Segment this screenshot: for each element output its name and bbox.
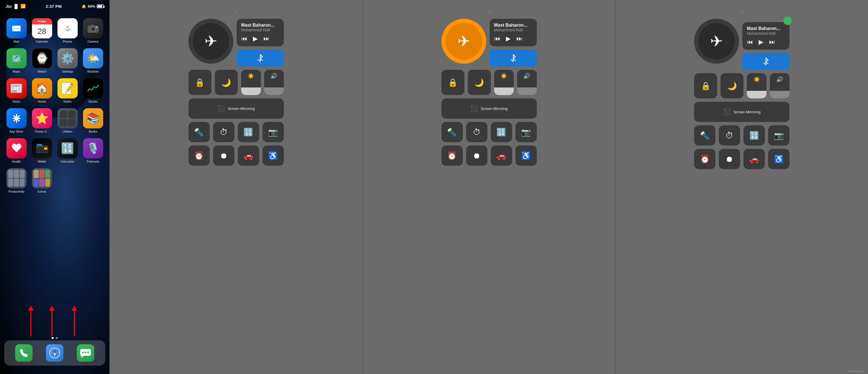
dock-messages[interactable] <box>77 344 94 362</box>
rotation-lock-3[interactable]: 🔒 <box>694 73 717 98</box>
airplane-icon-2: ✈ <box>457 32 470 50</box>
timer-btn-3[interactable]: ⏱ <box>719 125 740 146</box>
bluetooth-button-3[interactable] <box>742 53 789 70</box>
app-icon-notes[interactable]: 📝 Notes <box>56 78 79 103</box>
media-widget-3: Mast Baharon... Mohammed Rafi ⏮ ▶ ⏭ <box>742 22 789 50</box>
books-icon: 📚 <box>83 108 103 128</box>
app-icon-watch[interactable]: ⌚ Watch <box>31 48 53 73</box>
forward-button-1[interactable]: ⏭ <box>264 35 270 42</box>
calc-btn-3[interactable]: 🔢 <box>743 125 765 146</box>
rewind-button-2[interactable]: ⏮ <box>494 35 500 42</box>
app-icon-stocks[interactable]: Stocks <box>82 78 104 103</box>
volume-slider-3[interactable]: 🔊 <box>770 73 789 98</box>
alarm-btn-2[interactable]: ⏰ <box>441 146 463 166</box>
app-icon-books[interactable]: 📚 Books <box>82 108 104 133</box>
extras-label: Extras <box>38 190 46 193</box>
torch-btn-1[interactable]: 🔦 <box>188 122 210 142</box>
timer-btn-1[interactable]: ⏱ <box>213 122 235 142</box>
screen-mirror-btn-3[interactable]: ⬛ Screen Mirroring <box>694 102 789 122</box>
page-dot-2 <box>56 337 58 339</box>
torch-btn-3[interactable]: 🔦 <box>694 125 715 146</box>
calendar-label: Calendar <box>36 40 48 43</box>
dock-phone[interactable] <box>15 344 33 362</box>
brightness-slider-1[interactable]: ☀️ <box>241 70 261 95</box>
red-arrow-1 <box>28 306 34 338</box>
app-icon-productivity[interactable]: Productivity <box>5 168 28 193</box>
wallet-icon <box>32 138 52 158</box>
status-left: Jio ▐▌ 📶 <box>6 4 26 9</box>
productivity-folder-icon <box>6 168 27 188</box>
play-button-2[interactable]: ▶ <box>506 35 511 42</box>
app-icon-photos[interactable]: Photos <box>56 18 79 43</box>
app-icon-itunes[interactable]: ⭐ iTunes S... <box>31 108 53 133</box>
brightness-slider-2[interactable]: ☀️ <box>494 70 514 95</box>
stopwatch-btn-3[interactable]: ⏺ <box>719 149 740 169</box>
app-icon-wallet[interactable]: Wallet <box>31 138 53 163</box>
rewind-button-1[interactable]: ⏮ <box>241 35 247 42</box>
cc-mid-row-3: 🔒 🌙 ☀️ 🔊 <box>694 73 789 98</box>
app-icon-calendar[interactable]: Friday 28 Calendar <box>31 18 53 43</box>
volume-slider-2[interactable]: 🔊 <box>517 70 537 95</box>
rewind-button-3[interactable]: ⏮ <box>747 38 753 46</box>
access-btn-1[interactable]: ♿ <box>262 146 284 166</box>
rotation-lock-icon-2: 🔒 <box>448 78 458 87</box>
alarm-btn-1[interactable]: ⏰ <box>188 146 210 166</box>
do-not-disturb-2[interactable]: 🌙 <box>468 70 491 95</box>
app-icon-extras[interactable]: Extras <box>31 168 53 193</box>
calc-btn-1[interactable]: 🔢 <box>238 122 259 142</box>
airplane-button-2[interactable]: ✈ <box>441 19 486 64</box>
cc-panel-2: ⌄ ✈ Mast Baharon... Mohammed Rafi ⏮ ▶ ⏭ <box>362 0 615 374</box>
airplane-button-1[interactable]: ✈ <box>188 19 233 64</box>
forward-button-2[interactable]: ⏭ <box>516 35 523 42</box>
bluetooth-button-1[interactable] <box>237 50 284 66</box>
car-btn-1[interactable]: 🚗 <box>238 146 259 166</box>
app-icon-news[interactable]: 📰 News <box>5 78 28 103</box>
stopwatch-btn-2[interactable]: ⏺ <box>466 146 488 166</box>
volume-icon-3: 🔊 <box>776 76 783 83</box>
cam-btn-2[interactable]: 📷 <box>516 122 537 142</box>
do-not-disturb-3[interactable]: 🌙 <box>720 73 743 98</box>
play-button-1[interactable]: ▶ <box>253 35 258 42</box>
cc-panel-1: ⌄ ✈ Mast Baharon... Mohammed Rafi ⏮ ▶ <box>110 0 362 374</box>
brightness-fill-3 <box>747 91 767 98</box>
app-icon-calculator[interactable]: 🔢 Calculator <box>56 138 79 163</box>
torch-btn-2[interactable]: 🔦 <box>441 122 463 142</box>
forward-button-3[interactable]: ⏭ <box>769 38 775 46</box>
news-icon: 📰 <box>6 78 27 98</box>
app-icon-home[interactable]: 🏠 Home <box>31 78 53 103</box>
do-not-disturb-1[interactable]: 🌙 <box>215 70 238 95</box>
rotation-lock-1[interactable]: 🔒 <box>188 70 212 95</box>
car-btn-3[interactable]: 🚗 <box>743 149 765 169</box>
access-btn-3[interactable]: ♿ <box>768 149 789 169</box>
rotation-lock-icon-1: 🔒 <box>195 78 205 87</box>
screen-mirror-icon-3: ⬛ <box>723 108 731 116</box>
play-button-3[interactable]: ▶ <box>758 38 764 46</box>
rotation-lock-2[interactable]: 🔒 <box>441 70 464 95</box>
cam-btn-1[interactable]: 📷 <box>262 122 284 142</box>
app-icon-appstore[interactable]: App Store <box>5 108 28 133</box>
volume-slider-1[interactable]: 🔊 <box>264 70 284 95</box>
alarm-btn-3[interactable]: ⏰ <box>694 149 715 169</box>
app-icon-camera[interactable]: Camera <box>82 18 104 43</box>
car-btn-2[interactable]: 🚗 <box>491 146 512 166</box>
timer-btn-2[interactable]: ⏱ <box>466 122 488 142</box>
app-icon-podcasts[interactable]: 🎙️ Podcasts <box>82 138 104 163</box>
cam-btn-3[interactable]: 📷 <box>768 125 789 146</box>
app-icon-health[interactable]: Health <box>5 138 28 163</box>
bluetooth-button-2[interactable] <box>490 50 537 66</box>
screen-mirror-btn-1[interactable]: ⬛ Screen Mirroring <box>188 98 284 119</box>
stopwatch-btn-1[interactable]: ⏺ <box>213 146 235 166</box>
app-icon-weather[interactable]: 🌤️ Weather <box>82 48 104 73</box>
volume-icon-2: 🔊 <box>523 73 530 79</box>
red-arrow-3 <box>71 306 77 338</box>
brightness-slider-3[interactable]: ☀️ <box>747 73 767 98</box>
screen-mirror-btn-2[interactable]: ⬛ Screen Mirroring <box>441 98 537 119</box>
app-icon-settings[interactable]: ⚙️ Settings <box>56 48 79 73</box>
app-icon-mail[interactable]: ✉️ Mail <box>5 18 28 43</box>
app-icon-maps[interactable]: 🗺️ Maps <box>5 48 28 73</box>
calc-btn-2[interactable]: 🔢 <box>491 122 512 142</box>
access-btn-2[interactable]: ♿ <box>516 146 537 166</box>
dock-safari[interactable] <box>46 344 63 362</box>
airplane-button-3[interactable]: ✈ <box>694 19 739 64</box>
app-icon-utilities[interactable]: Utilities <box>56 108 79 133</box>
